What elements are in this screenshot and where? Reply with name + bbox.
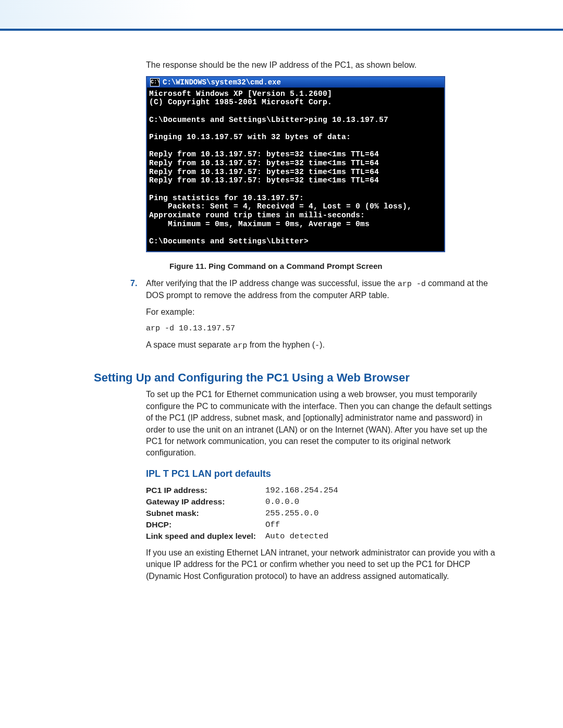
step7-note-b: from the hyphen ( bbox=[247, 340, 315, 349]
table-row: DHCP:Off bbox=[146, 519, 348, 530]
default-label: Gateway IP address: bbox=[146, 496, 265, 508]
step7-note-arp: arp bbox=[233, 341, 247, 350]
figure-caption: Figure 11. Ping Command on a Command Pro… bbox=[169, 262, 495, 270]
default-label: Subnet mask: bbox=[146, 508, 265, 519]
cmd-title-text: C:\WINDOWS\system32\cmd.exe bbox=[163, 78, 281, 87]
section-heading: Setting Up and Configuring the PC1 Using… bbox=[94, 371, 495, 385]
table-row: Subnet mask:255.255.0.0 bbox=[146, 508, 348, 519]
cmd-icon: C:\ bbox=[150, 78, 160, 87]
step7-example-code: arp -d 10.13.197.57 bbox=[146, 323, 495, 334]
step-7: 7. After verifying that the IP address c… bbox=[130, 278, 495, 357]
step7-text-a: After verifying that the IP address chan… bbox=[146, 279, 398, 288]
default-label: Link speed and duplex level: bbox=[146, 530, 265, 542]
default-value: 192.168.254.254 bbox=[265, 485, 348, 496]
default-label: DHCP: bbox=[146, 519, 265, 530]
step7-note-a: A space must separate bbox=[146, 340, 233, 349]
defaults-table: PC1 IP address:192.168.254.254Gateway IP… bbox=[146, 485, 348, 542]
sub-heading: IPL T PC1 LAN port defaults bbox=[146, 468, 495, 479]
section-body: To set up the PC1 for Ethernet communica… bbox=[146, 389, 495, 459]
default-value: Off bbox=[265, 519, 348, 530]
step7-for-example: For example: bbox=[146, 306, 495, 318]
table-row: Link speed and duplex level:Auto detecte… bbox=[146, 530, 348, 542]
default-value: 0.0.0.0 bbox=[265, 496, 348, 508]
step7-space-note: A space must separate arp from the hyphe… bbox=[146, 339, 495, 351]
table-row: Gateway IP address:0.0.0.0 bbox=[146, 496, 348, 508]
table-row: PC1 IP address:192.168.254.254 bbox=[146, 485, 348, 496]
default-value: 255.255.0.0 bbox=[265, 508, 348, 519]
cmd-titlebar: C:\ C:\WINDOWS\system32\cmd.exe bbox=[147, 77, 444, 88]
default-label: PC1 IP address: bbox=[146, 485, 265, 496]
default-value: Auto detected bbox=[265, 530, 348, 542]
intro-text: The response should be the new IP addres… bbox=[146, 59, 495, 71]
step7-note-hyphen: - bbox=[315, 341, 320, 350]
step7-note-c: ). bbox=[320, 340, 325, 349]
cmd-screenshot: C:\ C:\WINDOWS\system32\cmd.exe Microsof… bbox=[146, 76, 445, 252]
page-header-bar bbox=[0, 0, 563, 31]
step-number: 7. bbox=[130, 278, 146, 357]
closing-paragraph: If you use an existing Ethernet LAN intr… bbox=[146, 547, 495, 582]
cmd-output: Microsoft Windows XP [Version 5.1.2600] … bbox=[147, 88, 444, 251]
step7-code-arp-d: arp -d bbox=[398, 280, 426, 289]
